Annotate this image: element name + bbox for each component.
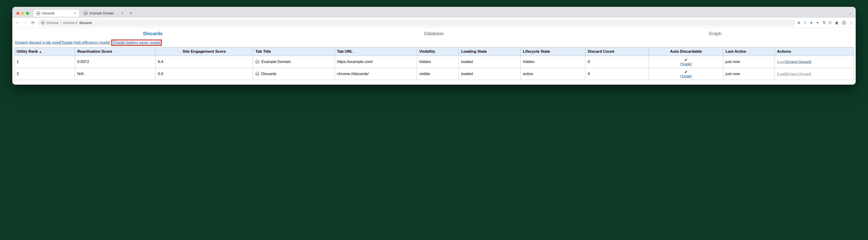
- cell-tab-url: https://example.com/: [335, 56, 417, 68]
- highlight-box: [Toggle battery saver mode]: [111, 39, 162, 46]
- forward-button[interactable]: →: [22, 20, 28, 25]
- cell-last-active: just now: [723, 68, 775, 80]
- omnibox-context: Chrome: [46, 21, 59, 25]
- page-content: Discards Database Graph [Urgent discard …: [12, 28, 856, 80]
- action-links-bar: [Urgent discard a tab now][Toggle high e…: [12, 39, 856, 47]
- col-utility-rank[interactable]: Utility Rank ▲: [14, 48, 75, 56]
- col-tab-url[interactable]: Tab URL: [335, 48, 417, 56]
- back-button[interactable]: ←: [14, 20, 20, 25]
- col-loading-state[interactable]: Loading State: [459, 48, 521, 56]
- cell-reactivation: N/A: [75, 68, 155, 80]
- zoom-icon[interactable]: ⊕: [797, 21, 800, 25]
- toolbar-right-icons: ⊕ ⇧ ★ ✦ ⚗ ⌬ ▣ ⋮: [797, 20, 854, 25]
- cell-auto-discardable: ✔[Toggle]: [649, 56, 723, 68]
- close-tab-icon[interactable]: ×: [74, 11, 76, 15]
- subtab-discards[interactable]: Discards: [12, 31, 293, 36]
- browser-window: Discards×Example Domain× + ⌄ ← → ⟳ Chrom…: [12, 7, 856, 85]
- cell-auto-discardable: ✔[Toggle]: [649, 68, 723, 80]
- page-subtabs: Discards Database Graph: [12, 28, 856, 39]
- new-tab-button[interactable]: +: [128, 11, 134, 16]
- cell-rank: 1: [14, 56, 75, 68]
- kebab-menu-icon[interactable]: ⋮: [850, 21, 854, 25]
- side-panel-icon[interactable]: ▣: [835, 21, 838, 25]
- bookmark-star-icon[interactable]: ★: [810, 21, 813, 25]
- check-icon: ✔: [684, 70, 687, 74]
- urgent-discard-action-link[interactable]: [Urgent Discard]: [786, 72, 811, 76]
- toggle-auto-discardable-link[interactable]: [Toggle]: [651, 74, 721, 78]
- share-icon[interactable]: ⇧: [804, 21, 806, 25]
- omnibox-separator: |: [60, 21, 61, 25]
- cell-discard-count: 0: [585, 56, 649, 68]
- col-tab-title[interactable]: Tab Title: [253, 48, 335, 56]
- browser-tab[interactable]: Discards×: [33, 10, 79, 17]
- globe-icon: [36, 11, 40, 15]
- globe-icon: [255, 72, 259, 76]
- globe-icon: [84, 11, 88, 15]
- subtab-database[interactable]: Database: [293, 31, 575, 36]
- reload-button[interactable]: ⟳: [30, 20, 36, 25]
- chrome-icon: [41, 21, 45, 25]
- toggle-battery-saver-link[interactable]: [Toggle battery saver mode]: [113, 40, 160, 45]
- urgent-discard-action-link[interactable]: [Urgent Discard]: [786, 60, 811, 64]
- col-auto-discardable[interactable]: Auto Discardable: [649, 48, 723, 56]
- urgent-discard-link[interactable]: [Urgent discard a tab now]: [15, 40, 60, 45]
- maximize-window-button[interactable]: [26, 12, 29, 15]
- cell-site-engagement: 0.0: [155, 68, 253, 80]
- window-controls: [17, 12, 29, 15]
- tab-strip: Discards×Example Domain× + ⌄: [12, 7, 856, 18]
- labs-icon[interactable]: ⚗: [822, 21, 826, 25]
- sort-arrow-icon: ▲: [39, 50, 42, 53]
- svg-point-1: [42, 22, 43, 23]
- col-discard-count[interactable]: Discard Count: [585, 48, 649, 56]
- cell-reactivation: 0.8372: [75, 56, 155, 68]
- cell-visibility: visible: [417, 68, 459, 80]
- cell-actions: [Load][Urgent Discard]: [775, 56, 854, 68]
- minimize-window-button[interactable]: [21, 12, 24, 15]
- check-icon: ✔: [684, 58, 687, 62]
- close-window-button[interactable]: [17, 12, 20, 15]
- table-row: 2N/A0.0Discardschrome://discards/visible…: [14, 68, 854, 80]
- cell-tab-url: chrome://discards/: [335, 68, 417, 80]
- cell-loading: loaded: [459, 68, 521, 80]
- cell-actions: [Load][Urgent Discard]: [775, 68, 854, 80]
- tabs-dropdown-icon[interactable]: ⌄: [849, 11, 853, 15]
- browser-tab[interactable]: Example Domain×: [81, 10, 126, 17]
- discards-table: Utility Rank ▲ Reactivation Score Site E…: [14, 47, 854, 80]
- cell-last-active: just now: [723, 56, 775, 68]
- omnibox-url-path: discards: [79, 21, 92, 25]
- cell-tab-title: Example Domain: [253, 56, 335, 68]
- load-action-link[interactable]: [Load]: [777, 60, 786, 64]
- col-visibility[interactable]: Visibility: [417, 48, 459, 56]
- col-last-active[interactable]: Last Active: [723, 48, 775, 56]
- svg-point-0: [41, 21, 44, 24]
- omnibox-url-prefix: chrome://: [63, 21, 78, 25]
- col-site-engagement[interactable]: Site Engagement Score: [155, 48, 253, 56]
- tab-title: Discards: [42, 11, 55, 15]
- cell-rank: 2: [14, 68, 75, 80]
- toggle-auto-discardable-link[interactable]: [Toggle]: [651, 62, 721, 66]
- address-bar[interactable]: Chrome | chrome://discards: [38, 19, 795, 27]
- col-lifecycle-state[interactable]: Lifecycle State: [521, 48, 585, 56]
- extensions-icon[interactable]: ✦: [816, 21, 819, 25]
- profile-avatar[interactable]: [842, 20, 846, 25]
- cell-discard-count: 0: [585, 68, 649, 80]
- cell-visibility: hidden: [417, 56, 459, 68]
- cell-site-engagement: 6.4: [155, 56, 253, 68]
- cell-lifecycle: active: [521, 68, 585, 80]
- svg-point-2: [844, 22, 845, 23]
- cell-lifecycle: hidden: [521, 56, 585, 68]
- load-action-link[interactable]: [Load]: [777, 72, 786, 76]
- toggle-high-efficiency-link[interactable]: [Toggle high efficiency mode]: [60, 40, 110, 45]
- col-reactivation[interactable]: Reactivation Score: [75, 48, 155, 56]
- close-tab-icon[interactable]: ×: [122, 11, 123, 15]
- cell-tab-title: Discards: [253, 68, 335, 80]
- cell-loading: loaded: [459, 56, 521, 68]
- globe-icon: [255, 60, 259, 64]
- col-actions[interactable]: Actions: [775, 48, 854, 56]
- table-row: 10.83726.4Example Domainhttps://example.…: [14, 56, 854, 68]
- subtab-graph[interactable]: Graph: [575, 31, 856, 36]
- performance-icon[interactable]: ⌬: [829, 21, 832, 25]
- tab-title: Example Domain: [90, 11, 114, 15]
- toolbar: ← → ⟳ Chrome | chrome://discards ⊕ ⇧ ★ ✦…: [12, 18, 856, 28]
